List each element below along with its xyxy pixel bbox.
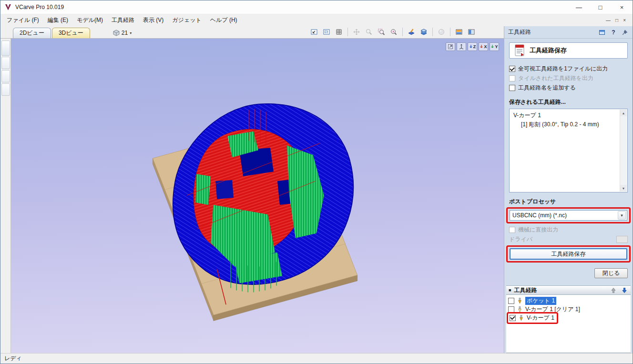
view-along-x-button[interactable]: X — [479, 42, 488, 51]
option-output-all-visible[interactable]: 全可視工具経路を1ファイルに出力 — [509, 65, 628, 73]
status-bar: レディ — [0, 353, 633, 364]
tile-vertical-icon — [468, 28, 475, 36]
checkbox-unchecked[interactable] — [508, 306, 514, 313]
status-text: レディ — [4, 354, 22, 363]
checkbox-unchecked[interactable] — [508, 298, 514, 304]
tile-horizontal-button[interactable] — [453, 27, 465, 37]
pan-button[interactable] — [351, 27, 362, 37]
title-bar: VCarve Pro 10.019 — □ × — [0, 0, 633, 14]
annotation-box-vcarve-item: V-カーブ 1 — [507, 312, 558, 324]
scrollbar[interactable]: ▲ ▼ — [620, 110, 627, 192]
annotation-box-save-button: 工具経路保存 — [506, 245, 631, 263]
toolpath-row-pocket[interactable]: ポケット 1 — [508, 296, 629, 305]
mdi-restore-button[interactable]: □ — [615, 18, 618, 23]
toolpath-list[interactable]: ポケット 1 V-カーブ 1 [クリア 1] V-カーブ 1 — [506, 295, 631, 353]
save-toolpath-card: 工具経路保存 — [509, 42, 628, 59]
toolpath-panel-header: 工具経路 ? — [504, 26, 633, 39]
zoom-extents-button[interactable] — [308, 27, 320, 37]
saved-toolpaths-list[interactable]: V-カーブ 1 [1] 彫刻 (30.0°, Tip 0.2 - 4 mm) ▲… — [509, 109, 628, 192]
save-toolpath-button[interactable]: 工具経路保存 — [510, 248, 627, 260]
tile-vertical-button[interactable] — [466, 27, 477, 37]
checkbox-checked[interactable] — [510, 315, 516, 321]
mdi-minimize-button[interactable]: — — [606, 18, 611, 23]
scroll-down-icon[interactable]: ▼ — [620, 185, 627, 192]
postprocessor-dropdown[interactable]: USBCNC (mm) (*.nc) ▾ — [510, 210, 627, 221]
rotate-view-button[interactable] — [457, 42, 466, 51]
minimize-button[interactable]: — — [568, 0, 590, 14]
layers-button[interactable] — [418, 27, 429, 37]
menu-help[interactable]: ヘルプ (H) — [206, 14, 242, 27]
toolbar-separator — [402, 28, 403, 36]
pin-icon — [622, 29, 628, 35]
pin-button[interactable] — [621, 29, 629, 36]
zoom-box-icon — [378, 28, 385, 36]
option-append-name[interactable]: 工具経路名を追加する — [509, 84, 628, 92]
isometric-view-button[interactable] — [446, 42, 455, 51]
draw-on-3d-button[interactable] — [406, 27, 417, 37]
menu-model[interactable]: モデル(M) — [72, 14, 107, 27]
arrow-down-icon — [490, 45, 494, 49]
view-along-y-button[interactable]: Y — [490, 42, 499, 51]
window-view-button[interactable] — [321, 27, 332, 37]
driver-dropdown[interactable] — [616, 236, 628, 243]
close-button[interactable]: × — [611, 0, 633, 14]
draw-3d-icon — [408, 28, 415, 36]
axis-label: Z — [473, 44, 476, 49]
zoom-box-button[interactable] — [376, 27, 387, 37]
tool-bit-icon — [517, 306, 523, 313]
toolpath-list-section: ■ 工具経路 ポケット 1 V-カーブ 1 [クリア 1] — [506, 285, 631, 353]
checkbox-unchecked[interactable] — [509, 85, 515, 91]
panel-window-icon — [599, 29, 605, 36]
menu-toolpath[interactable]: 工具経路 — [107, 14, 139, 27]
zoom-selected-button[interactable] — [388, 27, 399, 37]
maximize-button[interactable]: □ — [590, 0, 611, 14]
postprocessor-value: USBCNC (mm) (*.nc) — [512, 212, 618, 219]
menu-edit[interactable]: 編集 (E) — [43, 14, 72, 27]
menu-file[interactable]: ファイル (F) — [2, 14, 43, 27]
scroll-up-icon[interactable]: ▲ — [620, 110, 627, 116]
saved-toolpaths-label: 保存される工具経路... — [509, 98, 628, 106]
chevron-down-icon: ▾ — [130, 31, 132, 35]
tab-2d-view[interactable]: 2Dビュー — [13, 28, 51, 38]
tab-3d-view[interactable]: 3Dビュー — [52, 28, 90, 38]
tree-item-vcarve[interactable]: V-カーブ 1 — [513, 111, 617, 120]
view-orientation-toolbar: Z X Y — [446, 42, 499, 51]
iso-box-icon — [448, 44, 453, 50]
grid-icon — [335, 28, 343, 36]
tree-item-tool[interactable]: [1] 彫刻 (30.0°, Tip 0.2 - 4 mm) — [513, 121, 617, 129]
menu-view[interactable]: 表示 (V) — [139, 14, 168, 27]
checkbox-unchecked[interactable] — [509, 75, 515, 81]
window-title: VCarve Pro 10.019 — [15, 4, 64, 10]
panel-window-button[interactable] — [598, 29, 606, 36]
side-tool-button[interactable] — [1, 83, 10, 96]
shaded-view-button[interactable] — [436, 27, 447, 37]
annotation-box-postprocessor: USBCNC (mm) (*.nc) ▾ — [506, 207, 631, 223]
axes-icon — [459, 44, 464, 50]
tool-bit-icon — [517, 298, 523, 304]
driver-row: ドライバ — [509, 235, 628, 243]
app-logo-icon — [4, 3, 12, 11]
grid-toggle-button[interactable] — [333, 27, 345, 37]
zoom-button[interactable] — [363, 27, 375, 37]
view-down-z-button[interactable]: Z — [468, 42, 477, 51]
zoom-extents-icon — [310, 28, 318, 36]
close-panel-button[interactable]: 閉じる — [594, 268, 628, 278]
3d-viewport[interactable]: Z X Y — [11, 39, 504, 353]
drawing-tab-button[interactable] — [1, 40, 10, 56]
menu-gadget[interactable]: ガジェット — [168, 14, 205, 27]
mdi-close-button[interactable]: × — [623, 18, 626, 23]
side-tool-button[interactable] — [1, 70, 10, 82]
side-tool-button[interactable] — [1, 57, 10, 69]
arrow-down-icon — [480, 45, 483, 49]
option-output-tiled[interactable]: タイルされた工具経路を出力 — [509, 74, 628, 82]
move-down-button[interactable] — [620, 286, 628, 294]
arrow-up-icon — [611, 287, 616, 293]
checkbox-checked[interactable] — [509, 66, 515, 72]
toolbar-separator — [450, 28, 450, 36]
move-up-button[interactable] — [609, 286, 617, 294]
option-direct-output[interactable]: 機械に直接出力 — [509, 226, 628, 234]
help-button[interactable]: ? — [610, 29, 617, 36]
shade-count-dropdown[interactable]: 21 ▾ — [111, 29, 133, 37]
checkbox-unchecked[interactable] — [509, 227, 515, 233]
toolpath-row-vcarve[interactable]: V-カーブ 1 — [508, 313, 629, 322]
